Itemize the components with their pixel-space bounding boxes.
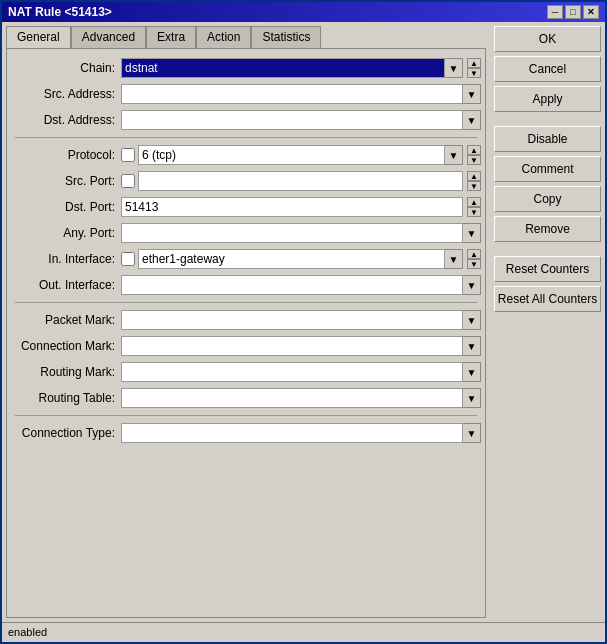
connection-mark-input[interactable] [121,336,463,356]
in-interface-wrap: ▼ [121,249,463,269]
dst-address-dropdown-icon[interactable]: ▼ [463,110,481,130]
in-interface-label: In. Interface: [11,252,121,266]
protocol-row: Protocol: ▼ ▲ ▼ [11,144,481,166]
maximize-button[interactable]: □ [565,5,581,19]
connection-mark-label: Connection Mark: [11,339,121,353]
out-interface-wrap: ▼ [121,275,481,295]
dst-address-input[interactable] [121,110,463,130]
src-port-scroll-up-btn[interactable]: ▲ [467,171,481,181]
form-area: Chain: ▼ ▲ ▼ Src. Address: [6,48,486,618]
out-interface-input[interactable] [121,275,463,295]
protocol-input[interactable] [138,145,445,165]
any-port-label: Any. Port: [11,226,121,240]
tab-extra[interactable]: Extra [146,26,196,48]
close-icon: ✕ [587,7,595,17]
maximize-icon: □ [570,7,575,17]
in-interface-dropdown-icon[interactable]: ▼ [445,249,463,269]
title-bar-buttons: ─ □ ✕ [547,5,599,19]
packet-mark-dropdown-icon[interactable]: ▼ [463,310,481,330]
title-bar: NAT Rule <51413> ─ □ ✕ [2,2,605,22]
src-port-row: Src. Port: ▲ ▼ [11,170,481,192]
routing-mark-dropdown-icon[interactable]: ▼ [463,362,481,382]
dst-port-label: Dst. Port: [11,200,121,214]
protocol-dropdown-icon[interactable]: ▼ [445,145,463,165]
tab-statistics[interactable]: Statistics [251,26,321,48]
dst-port-scroll-up-btn[interactable]: ▲ [467,197,481,207]
copy-button[interactable]: Copy [494,186,601,212]
routing-mark-row: Routing Mark: ▼ [11,361,481,383]
chain-input-wrap: ▼ [121,58,463,78]
reset-counters-button[interactable]: Reset Counters [494,256,601,282]
window-title: NAT Rule <51413> [8,5,112,19]
out-interface-row: Out. Interface: ▼ [11,274,481,296]
src-port-wrap [121,171,463,191]
dst-address-label: Dst. Address: [11,113,121,127]
packet-mark-input[interactable] [121,310,463,330]
connection-type-dropdown-icon[interactable]: ▼ [463,423,481,443]
divider-1 [15,137,477,138]
in-interface-row: In. Interface: ▼ ▲ ▼ [11,248,481,270]
in-interface-scroll-down-btn[interactable]: ▼ [467,259,481,269]
out-interface-label: Out. Interface: [11,278,121,292]
routing-table-input[interactable] [121,388,463,408]
sidebar-sep-1 [494,116,601,122]
chain-input[interactable] [121,58,445,78]
protocol-scroll-down-btn[interactable]: ▼ [467,155,481,165]
window-content: General Advanced Extra Action Statistics… [2,22,605,622]
apply-button[interactable]: Apply [494,86,601,112]
in-interface-checkbox[interactable] [121,252,135,266]
packet-mark-label: Packet Mark: [11,313,121,327]
chain-scroll-down-btn[interactable]: ▼ [467,68,481,78]
connection-mark-wrap: ▼ [121,336,481,356]
disable-button[interactable]: Disable [494,126,601,152]
chain-scroll-up-btn[interactable]: ▲ [467,58,481,68]
cancel-button[interactable]: Cancel [494,56,601,82]
minimize-button[interactable]: ─ [547,5,563,19]
routing-mark-label: Routing Mark: [11,365,121,379]
src-port-scroll-down-btn[interactable]: ▼ [467,181,481,191]
in-interface-input[interactable] [138,249,445,269]
chain-dropdown-icon[interactable]: ▼ [445,58,463,78]
connection-type-input[interactable] [121,423,463,443]
tab-general[interactable]: General [6,26,71,48]
any-port-row: Any. Port: ▼ [11,222,481,244]
any-port-wrap: ▼ [121,223,481,243]
dst-port-wrap [121,197,463,217]
dst-port-scroll-down-btn[interactable]: ▼ [467,207,481,217]
dst-address-wrap: ▼ [121,110,481,130]
dst-port-input[interactable] [121,197,463,217]
tab-advanced[interactable]: Advanced [71,26,146,48]
sidebar-sep-2 [494,246,601,252]
status-bar: enabled [2,622,605,642]
reset-all-counters-button[interactable]: Reset All Counters [494,286,601,312]
src-port-label: Src. Port: [11,174,121,188]
tabs-bar: General Advanced Extra Action Statistics [6,26,486,48]
src-address-dropdown-icon[interactable]: ▼ [463,84,481,104]
any-port-dropdown-icon[interactable]: ▼ [463,223,481,243]
nat-rule-window: NAT Rule <51413> ─ □ ✕ General Advanced … [0,0,607,644]
minimize-icon: ─ [552,7,558,17]
connection-mark-dropdown-icon[interactable]: ▼ [463,336,481,356]
protocol-scroll-up-btn[interactable]: ▲ [467,145,481,155]
in-interface-scroll-up-btn[interactable]: ▲ [467,249,481,259]
src-address-label: Src. Address: [11,87,121,101]
src-port-checkbox[interactable] [121,174,135,188]
routing-table-dropdown-icon[interactable]: ▼ [463,388,481,408]
src-address-row: Src. Address: ▼ [11,83,481,105]
remove-button[interactable]: Remove [494,216,601,242]
routing-mark-input[interactable] [121,362,463,382]
sidebar: OK Cancel Apply Disable Comment Copy Rem… [490,22,605,622]
out-interface-dropdown-icon[interactable]: ▼ [463,275,481,295]
src-address-input[interactable] [121,84,463,104]
ok-button[interactable]: OK [494,26,601,52]
dst-address-row: Dst. Address: ▼ [11,109,481,131]
any-port-input[interactable] [121,223,463,243]
protocol-checkbox[interactable] [121,148,135,162]
protocol-label: Protocol: [11,148,121,162]
dst-port-row: Dst. Port: ▲ ▼ [11,196,481,218]
divider-2 [15,302,477,303]
tab-action[interactable]: Action [196,26,251,48]
close-button[interactable]: ✕ [583,5,599,19]
src-port-input[interactable] [138,171,463,191]
comment-button[interactable]: Comment [494,156,601,182]
